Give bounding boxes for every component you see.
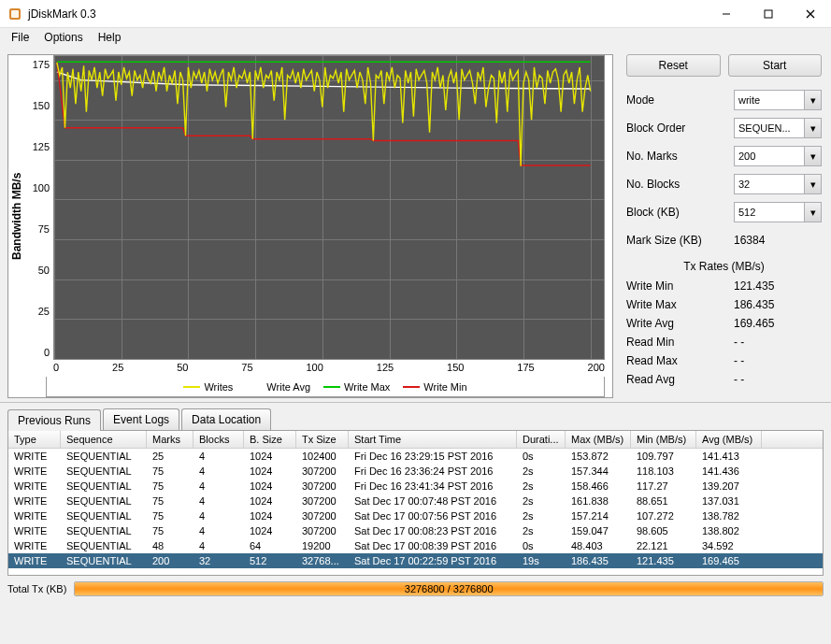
read-max-value: - -: [734, 354, 744, 367]
write-min-label: Write Min: [626, 279, 734, 293]
chevron-down-icon: ▾: [804, 119, 821, 137]
column-header[interactable]: Sequence: [61, 431, 147, 448]
write-max-label: Write Max: [626, 298, 734, 311]
menu-options[interactable]: Options: [36, 29, 90, 46]
close-button[interactable]: [789, 0, 831, 28]
mode-label: Mode: [626, 93, 734, 107]
marksize-label: Mark Size (KB): [626, 234, 734, 247]
table-row[interactable]: WRITESEQUENTIAL2541024102400Fri Dec 16 2…: [8, 449, 823, 464]
chart-panel: Bandwidth MB/s 1751501251007550250 02550…: [0, 47, 621, 402]
write-avg-label: Write Avg: [626, 317, 734, 330]
maximize-button[interactable]: [747, 0, 789, 28]
chart-yaxis: 1751501251007550250: [25, 55, 53, 377]
menu-file[interactable]: File: [4, 29, 36, 46]
column-header[interactable]: Blocks: [193, 431, 244, 448]
blocks-select[interactable]: 32▾: [734, 174, 822, 194]
marksize-value: 16384: [734, 234, 765, 247]
mode-select[interactable]: write▾: [734, 90, 822, 110]
column-header[interactable]: Marks: [147, 431, 193, 448]
blocksize-label: Block (KB): [626, 206, 734, 219]
menu-help[interactable]: Help: [91, 29, 129, 46]
write-avg-value: 169.465: [734, 317, 774, 330]
table-row[interactable]: WRITESEQUENTIAL7541024307200Sat Dec 17 0…: [8, 494, 823, 508]
table-row[interactable]: WRITESEQUENTIAL7541024307200Sat Dec 17 0…: [8, 508, 823, 523]
tab-previous-runs[interactable]: Previous Runs: [7, 409, 101, 431]
reset-button[interactable]: Reset: [626, 54, 721, 77]
blocksize-select[interactable]: 512▾: [734, 202, 822, 222]
marks-select[interactable]: 200▾: [734, 146, 822, 166]
chart-ylabel: Bandwidth MB/s: [8, 55, 25, 377]
chevron-down-icon: ▾: [804, 91, 821, 109]
side-panel: Reset Start Modewrite▾ Block OrderSEQUEN…: [621, 47, 831, 402]
write-max-value: 186.435: [734, 298, 774, 311]
table-row[interactable]: WRITESEQUENTIAL4846419200Sat Dec 17 00:0…: [8, 538, 823, 553]
chart-plot: [53, 55, 605, 360]
read-avg-label: Read Avg: [626, 373, 734, 386]
app-icon: [7, 7, 22, 21]
order-select[interactable]: SEQUEN...▾: [734, 118, 822, 138]
runs-table: TypeSequenceMarksBlocksB. SizeTx SizeSta…: [7, 430, 824, 576]
svg-rect-3: [765, 10, 772, 18]
blocks-label: No. Blocks: [626, 178, 734, 191]
rates-header: Tx Rates (MB/s): [626, 260, 822, 273]
chart-legend: WritesWrite AvgWrite MaxWrite Min: [46, 377, 605, 397]
table-body[interactable]: WRITESEQUENTIAL2541024102400Fri Dec 16 2…: [8, 449, 823, 572]
column-header[interactable]: B. Size: [244, 431, 296, 448]
svg-rect-1: [11, 10, 19, 18]
read-min-value: - -: [734, 336, 744, 349]
column-header[interactable]: Min (MB/s): [631, 431, 696, 448]
minimize-button[interactable]: [705, 0, 747, 28]
read-min-label: Read Min: [626, 336, 734, 349]
column-header[interactable]: Max (MB/s): [566, 431, 631, 448]
table-row[interactable]: WRITESEQUENTIAL7541024307200Sat Dec 17 0…: [8, 523, 823, 538]
titlebar: jDiskMark 0.3: [0, 0, 831, 28]
chart-xaxis: 0255075100125150175200: [53, 360, 605, 377]
read-avg-value: - -: [734, 373, 744, 386]
menubar: File Options Help: [0, 28, 831, 47]
column-header[interactable]: Durati...: [517, 431, 566, 448]
table-row[interactable]: WRITESEQUENTIAL7541024307200Fri Dec 16 2…: [8, 479, 823, 494]
write-min-value: 121.435: [734, 279, 774, 293]
marks-label: No. Marks: [626, 150, 734, 163]
column-header[interactable]: Tx Size: [296, 431, 349, 448]
tab-data-location[interactable]: Data Location: [181, 408, 271, 430]
table-row[interactable]: WRITESEQUENTIAL7541024307200Fri Dec 16 2…: [8, 464, 823, 479]
table-header: TypeSequenceMarksBlocksB. SizeTx SizeSta…: [8, 431, 823, 449]
read-max-label: Read Max: [626, 354, 734, 367]
tabstrip: Previous Runs Event Logs Data Location: [7, 408, 824, 430]
column-header[interactable]: Type: [8, 431, 61, 448]
progress-text: 3276800 / 3276800: [75, 582, 823, 595]
total-tx-label: Total Tx (KB): [7, 583, 66, 594]
column-header[interactable]: Avg (MB/s): [696, 431, 762, 448]
progress-bar: 3276800 / 3276800: [74, 581, 824, 596]
chevron-down-icon: ▾: [804, 203, 821, 222]
chevron-down-icon: ▾: [804, 175, 821, 193]
table-row[interactable]: WRITESEQUENTIAL2003251232768...Sat Dec 1…: [8, 553, 823, 568]
tab-event-logs[interactable]: Event Logs: [103, 408, 179, 430]
chevron-down-icon: ▾: [804, 147, 821, 165]
start-button[interactable]: Start: [728, 54, 823, 77]
window-title: jDiskMark 0.3: [28, 7, 705, 21]
order-label: Block Order: [626, 122, 734, 135]
column-header[interactable]: Start Time: [349, 431, 517, 448]
